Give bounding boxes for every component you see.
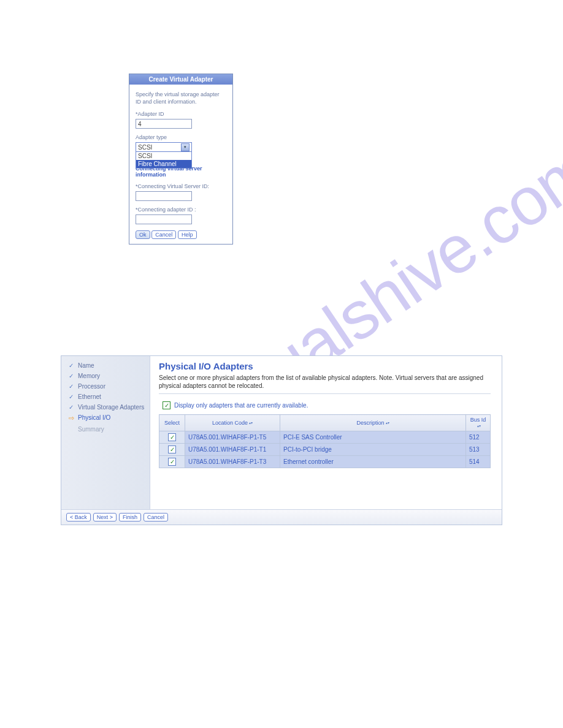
- step-processor[interactable]: ✓Processor: [67, 383, 147, 390]
- sort-icon[interactable]: ▴▾: [477, 425, 481, 428]
- cell-description: Ethernet controller: [280, 456, 466, 468]
- cell-description: PCI-E SAS Controller: [280, 431, 466, 444]
- col-bus-id[interactable]: Bus Id▴▾: [466, 415, 491, 431]
- cell-location: U78A5.001.WIHAF8F-P1-T3: [185, 456, 280, 468]
- wizard-steps: ✓Name ✓Memory ✓Processor ✓Ethernet ✓Virt…: [61, 356, 150, 509]
- cell-bus-id: 513: [466, 444, 491, 456]
- adapter-type-option-scsi[interactable]: SCSI: [136, 152, 191, 160]
- ok-button[interactable]: Ok: [136, 230, 150, 239]
- step-ethernet[interactable]: ✓Ethernet: [67, 393, 147, 400]
- check-icon: ✓: [67, 373, 75, 379]
- adapter-id-label: *Adapter ID: [136, 110, 226, 118]
- back-button[interactable]: < Back: [66, 513, 91, 521]
- create-virtual-adapter-dialog: Create Virtual Adapter Specify the virtu…: [129, 74, 233, 245]
- finish-button[interactable]: Finish: [119, 513, 141, 521]
- display-only-label: Display only adapters that are currently…: [174, 402, 308, 409]
- table-row: ✓ U78A5.001.WIHAF8F-P1-T3 Ethernet contr…: [159, 456, 491, 468]
- step-memory[interactable]: ✓Memory: [67, 373, 147, 379]
- cancel-button[interactable]: Cancel: [151, 230, 176, 239]
- connecting-adapter-input[interactable]: [136, 214, 192, 224]
- cell-bus-id: 512: [466, 431, 491, 444]
- adapters-table: Select Location Code▴▾ Description▴▾ Bus…: [159, 414, 491, 468]
- physical-io-wizard: ✓Name ✓Memory ✓Processor ✓Ethernet ✓Virt…: [61, 355, 502, 525]
- step-name[interactable]: ✓Name: [67, 362, 147, 369]
- cell-bus-id: 514: [466, 456, 491, 468]
- row-checkbox[interactable]: ✓: [168, 433, 176, 441]
- cell-description: PCI-to-PCI bridge: [280, 444, 466, 456]
- check-icon: ✓: [67, 383, 75, 390]
- step-virtual-storage[interactable]: ✓Virtual Storage Adapters: [67, 404, 147, 411]
- cancel-button[interactable]: Cancel: [144, 513, 168, 521]
- adapter-id-input[interactable]: [136, 119, 192, 129]
- chevron-down-icon[interactable]: ▾: [181, 143, 190, 151]
- wizard-main: Physical I/O Adapters Select one or more…: [150, 356, 502, 509]
- sort-icon[interactable]: ▴▾: [249, 422, 253, 425]
- adapter-type-selected: SCSI: [138, 144, 152, 151]
- arrow-right-icon: ⇨: [67, 414, 75, 422]
- dialog-instruction: Specify the virtual storage adapter ID a…: [136, 91, 226, 105]
- col-location[interactable]: Location Code▴▾: [185, 415, 280, 431]
- page-instruction: Select one or more physical adapters fro…: [159, 374, 491, 394]
- step-summary: Summary: [67, 426, 147, 433]
- connecting-adapter-label: *Connecting adapter ID :: [136, 206, 226, 213]
- col-description[interactable]: Description▴▾: [280, 415, 466, 431]
- dialog-body: Specify the virtual storage adapter ID a…: [129, 85, 232, 244]
- display-only-checkbox[interactable]: ✓: [163, 401, 170, 409]
- table-row: ✓ U78A5.001.WIHAF8F-P1-T5 PCI-E SAS Cont…: [159, 431, 491, 444]
- row-checkbox[interactable]: ✓: [168, 446, 176, 453]
- cell-location: U78A5.001.WIHAF8F-P1-T5: [185, 431, 280, 444]
- col-select[interactable]: Select: [159, 415, 185, 431]
- check-icon: ✓: [67, 404, 75, 411]
- step-physical-io[interactable]: ⇨Physical I/O: [67, 414, 147, 422]
- table-row: ✓ U78A5.001.WIHAF8F-P1-T1 PCI-to-PCI bri…: [159, 444, 491, 456]
- check-icon: ✓: [67, 362, 75, 369]
- connecting-server-label: *Connecting Virtual Server ID:: [136, 183, 226, 190]
- wizard-footer: < Back Next > Finish Cancel: [61, 509, 502, 525]
- adapter-type-label: Adapter type: [136, 134, 226, 141]
- sort-icon[interactable]: ▴▾: [386, 422, 389, 425]
- next-button[interactable]: Next >: [93, 513, 117, 521]
- connecting-server-input[interactable]: [136, 191, 192, 201]
- adapter-type-dropdown: SCSI Fibre Channel: [136, 152, 192, 169]
- adapter-type-select[interactable]: SCSI ▾ SCSI Fibre Channel: [136, 142, 192, 152]
- adapter-type-option-fibre[interactable]: Fibre Channel: [136, 160, 191, 168]
- row-checkbox[interactable]: ✓: [168, 458, 176, 466]
- cell-location: U78A5.001.WIHAF8F-P1-T1: [185, 444, 280, 456]
- page-title: Physical I/O Adapters: [159, 361, 491, 371]
- dialog-title: Create Virtual Adapter: [129, 74, 232, 85]
- help-button[interactable]: Help: [178, 230, 197, 239]
- check-icon: ✓: [67, 393, 75, 400]
